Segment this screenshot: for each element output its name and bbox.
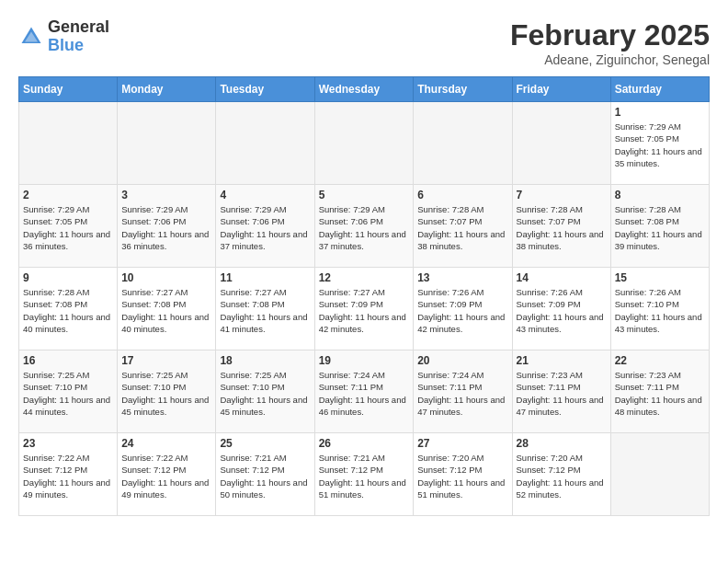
calendar-cell: 15Sunrise: 7:26 AM Sunset: 7:10 PM Dayli…: [610, 268, 709, 350]
title-area: February 2025 Adeane, Ziguinchor, Senega…: [510, 18, 710, 67]
day-number: 24: [121, 437, 211, 450]
day-info: Sunrise: 7:20 AM Sunset: 7:12 PM Dayligh…: [417, 452, 507, 500]
location-title: Adeane, Ziguinchor, Senegal: [510, 52, 710, 67]
day-number: 20: [417, 354, 507, 367]
day-info: Sunrise: 7:26 AM Sunset: 7:09 PM Dayligh…: [517, 286, 607, 335]
calendar-cell: 25Sunrise: 7:21 AM Sunset: 7:12 PM Dayli…: [216, 433, 314, 516]
day-number: 4: [220, 189, 310, 201]
calendar-cell: 19Sunrise: 7:24 AM Sunset: 7:11 PM Dayli…: [314, 350, 414, 433]
day-info: Sunrise: 7:27 AM Sunset: 7:08 PM Dayligh…: [220, 286, 310, 335]
day-number: 14: [517, 271, 607, 284]
calendar-cell: 6Sunrise: 7:28 AM Sunset: 7:07 PM Daylig…: [414, 185, 512, 268]
day-info: Sunrise: 7:24 AM Sunset: 7:11 PM Dayligh…: [417, 369, 507, 418]
calendar-cell: 2Sunrise: 7:29 AM Sunset: 7:05 PM Daylig…: [19, 185, 118, 268]
weekday-header-sunday: Sunday: [19, 77, 118, 102]
day-number: 19: [319, 354, 410, 367]
calendar-cell: [512, 102, 610, 185]
day-info: Sunrise: 7:22 AM Sunset: 7:12 PM Dayligh…: [121, 452, 211, 500]
weekday-header-row: SundayMondayTuesdayWednesdayThursdayFrid…: [19, 77, 710, 102]
calendar-cell: [216, 102, 314, 185]
calendar-cell: 23Sunrise: 7:22 AM Sunset: 7:12 PM Dayli…: [19, 433, 118, 516]
day-info: Sunrise: 7:26 AM Sunset: 7:09 PM Dayligh…: [417, 286, 507, 335]
day-number: 12: [319, 271, 410, 284]
day-info: Sunrise: 7:27 AM Sunset: 7:09 PM Dayligh…: [319, 286, 410, 335]
day-number: 5: [319, 189, 410, 201]
calendar-cell: 12Sunrise: 7:27 AM Sunset: 7:09 PM Dayli…: [314, 268, 414, 350]
day-info: Sunrise: 7:22 AM Sunset: 7:12 PM Dayligh…: [23, 452, 113, 500]
day-info: Sunrise: 7:21 AM Sunset: 7:12 PM Dayligh…: [319, 452, 410, 500]
day-info: Sunrise: 7:25 AM Sunset: 7:10 PM Dayligh…: [121, 369, 211, 418]
day-info: Sunrise: 7:29 AM Sunset: 7:05 PM Dayligh…: [23, 203, 113, 252]
day-info: Sunrise: 7:28 AM Sunset: 7:08 PM Dayligh…: [615, 203, 705, 252]
day-info: Sunrise: 7:29 AM Sunset: 7:05 PM Dayligh…: [615, 121, 705, 169]
week-row-3: 9Sunrise: 7:28 AM Sunset: 7:08 PM Daylig…: [19, 268, 710, 350]
day-info: Sunrise: 7:28 AM Sunset: 7:08 PM Dayligh…: [23, 286, 113, 335]
weekday-header-monday: Monday: [118, 77, 216, 102]
calendar-cell: 27Sunrise: 7:20 AM Sunset: 7:12 PM Dayli…: [414, 433, 512, 516]
calendar-cell: 7Sunrise: 7:28 AM Sunset: 7:07 PM Daylig…: [512, 185, 610, 268]
day-number: 9: [23, 271, 113, 284]
calendar-cell: 20Sunrise: 7:24 AM Sunset: 7:11 PM Dayli…: [414, 350, 512, 433]
day-info: Sunrise: 7:29 AM Sunset: 7:06 PM Dayligh…: [319, 203, 410, 252]
calendar-cell: 21Sunrise: 7:23 AM Sunset: 7:11 PM Dayli…: [512, 350, 610, 433]
page-header: General Blue February 2025 Adeane, Zigui…: [18, 18, 710, 67]
calendar-cell: 17Sunrise: 7:25 AM Sunset: 7:10 PM Dayli…: [118, 350, 216, 433]
day-number: 10: [121, 271, 211, 284]
week-row-2: 2Sunrise: 7:29 AM Sunset: 7:05 PM Daylig…: [19, 185, 710, 268]
calendar-cell: 5Sunrise: 7:29 AM Sunset: 7:06 PM Daylig…: [314, 185, 414, 268]
day-number: 7: [517, 189, 607, 201]
day-number: 26: [319, 437, 410, 450]
calendar-table: SundayMondayTuesdayWednesdayThursdayFrid…: [18, 76, 710, 516]
calendar-cell: 8Sunrise: 7:28 AM Sunset: 7:08 PM Daylig…: [610, 185, 709, 268]
weekday-header-tuesday: Tuesday: [216, 77, 314, 102]
calendar-cell: [118, 102, 216, 185]
day-number: 23: [23, 437, 113, 450]
calendar-cell: 9Sunrise: 7:28 AM Sunset: 7:08 PM Daylig…: [19, 268, 118, 350]
day-number: 21: [517, 354, 607, 367]
day-info: Sunrise: 7:25 AM Sunset: 7:10 PM Dayligh…: [220, 369, 310, 418]
day-number: 1: [615, 106, 705, 119]
calendar-cell: 4Sunrise: 7:29 AM Sunset: 7:06 PM Daylig…: [216, 185, 314, 268]
week-row-1: 1Sunrise: 7:29 AM Sunset: 7:05 PM Daylig…: [19, 102, 710, 185]
calendar-cell: 11Sunrise: 7:27 AM Sunset: 7:08 PM Dayli…: [216, 268, 314, 350]
weekday-header-wednesday: Wednesday: [314, 77, 414, 102]
calendar-cell: 13Sunrise: 7:26 AM Sunset: 7:09 PM Dayli…: [414, 268, 512, 350]
week-row-5: 23Sunrise: 7:22 AM Sunset: 7:12 PM Dayli…: [19, 433, 710, 516]
day-number: 8: [615, 189, 705, 201]
calendar-cell: 16Sunrise: 7:25 AM Sunset: 7:10 PM Dayli…: [19, 350, 118, 433]
day-number: 25: [220, 437, 310, 450]
day-info: Sunrise: 7:27 AM Sunset: 7:08 PM Dayligh…: [121, 286, 211, 335]
day-number: 18: [220, 354, 310, 367]
day-number: 16: [23, 354, 113, 367]
week-row-4: 16Sunrise: 7:25 AM Sunset: 7:10 PM Dayli…: [19, 350, 710, 433]
weekday-header-saturday: Saturday: [610, 77, 709, 102]
day-number: 2: [23, 189, 113, 201]
day-info: Sunrise: 7:25 AM Sunset: 7:10 PM Dayligh…: [23, 369, 113, 418]
day-number: 11: [220, 271, 310, 284]
calendar-cell: [314, 102, 414, 185]
day-number: 28: [517, 437, 607, 450]
weekday-header-thursday: Thursday: [414, 77, 512, 102]
calendar-cell: 22Sunrise: 7:23 AM Sunset: 7:11 PM Dayli…: [610, 350, 709, 433]
day-number: 27: [417, 437, 507, 450]
calendar-cell: 26Sunrise: 7:21 AM Sunset: 7:12 PM Dayli…: [314, 433, 414, 516]
calendar-cell: 10Sunrise: 7:27 AM Sunset: 7:08 PM Dayli…: [118, 268, 216, 350]
day-info: Sunrise: 7:21 AM Sunset: 7:12 PM Dayligh…: [220, 452, 310, 500]
weekday-header-friday: Friday: [512, 77, 610, 102]
day-number: 15: [615, 271, 705, 284]
day-number: 6: [417, 189, 507, 201]
calendar-cell: 14Sunrise: 7:26 AM Sunset: 7:09 PM Dayli…: [512, 268, 610, 350]
calendar-cell: [19, 102, 118, 185]
calendar-cell: 24Sunrise: 7:22 AM Sunset: 7:12 PM Dayli…: [118, 433, 216, 516]
month-title: February 2025: [510, 18, 710, 52]
day-info: Sunrise: 7:23 AM Sunset: 7:11 PM Dayligh…: [517, 369, 607, 418]
day-info: Sunrise: 7:29 AM Sunset: 7:06 PM Dayligh…: [220, 203, 310, 252]
day-number: 3: [121, 189, 211, 201]
logo: General Blue: [18, 18, 109, 55]
logo-blue-text: Blue: [48, 36, 84, 54]
logo-icon: [18, 24, 44, 50]
day-info: Sunrise: 7:26 AM Sunset: 7:10 PM Dayligh…: [615, 286, 705, 335]
day-info: Sunrise: 7:29 AM Sunset: 7:06 PM Dayligh…: [121, 203, 211, 252]
logo-general-text: General: [48, 17, 109, 36]
day-number: 13: [417, 271, 507, 284]
